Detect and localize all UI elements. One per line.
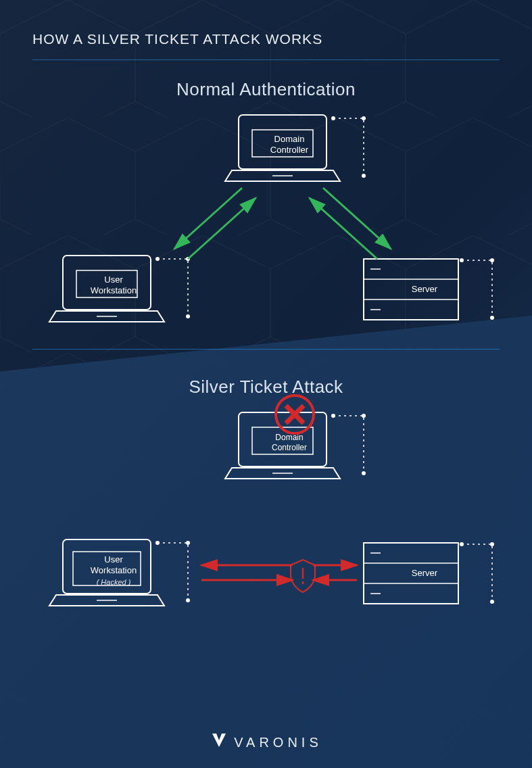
section-heading-normal: Normal Authentication bbox=[32, 79, 500, 100]
title-rule bbox=[32, 59, 500, 60]
brand-footer: VARONIS bbox=[0, 731, 532, 750]
diagram-attack: Domain Controller User Wo bbox=[32, 398, 500, 641]
brand-text: VARONIS bbox=[234, 735, 322, 750]
svg-point-50 bbox=[301, 581, 304, 584]
arrows-red bbox=[32, 398, 506, 641]
section-divider bbox=[32, 349, 500, 350]
page-title: HOW A SILVER TICKET ATTACK WORKS bbox=[32, 31, 500, 47]
section-heading-attack: Silver Ticket Attack bbox=[32, 377, 500, 398]
warning-shield-icon bbox=[291, 560, 315, 592]
diagram-normal: Domain Controller User Workstation bbox=[32, 100, 500, 343]
varonis-logo-icon bbox=[210, 731, 228, 750]
arrows-green bbox=[32, 100, 506, 343]
